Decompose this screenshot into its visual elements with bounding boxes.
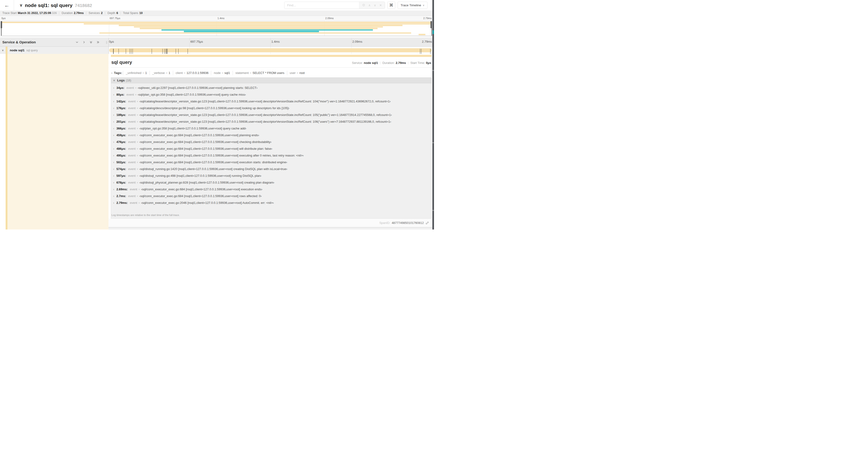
equals-sign: = [297, 72, 298, 74]
log-chevron-right-icon[interactable]: › [113, 154, 117, 157]
log-chevron-right-icon[interactable]: › [113, 201, 117, 204]
meta-item: Service:node sql1 [352, 61, 378, 65]
meta-item: Duration:2.79ms [382, 61, 406, 65]
logs-accordion-header[interactable]: ∨ Logs (18) [111, 78, 431, 83]
equals-sign: = [137, 100, 138, 103]
back-button[interactable]: ← [0, 0, 14, 10]
span-row-timeline[interactable] [108, 47, 432, 54]
log-row[interactable]: ›189μs:event=‹sql/catalog/lease/descript… [113, 111, 430, 118]
clear-search-icon[interactable]: ✕ [379, 4, 382, 7]
log-row[interactable]: ›176μs:event=‹sql/catalog/descs/descript… [113, 105, 430, 111]
collapse-one-chevron-down-icon[interactable] [75, 41, 79, 44]
log-row[interactable]: ›366μs:event=‹sql/plan_opt.go:358 [nsql1… [113, 125, 430, 132]
log-field-key: event [128, 100, 135, 103]
tag-pill[interactable]: node=sql1 [211, 71, 232, 75]
log-row[interactable]: ›476μs:event=‹sql/conn_executor_exec.go:… [113, 138, 430, 145]
meta-label: Start Time: [410, 61, 425, 65]
equals-sign: = [137, 134, 138, 137]
log-row[interactable]: ›142μs:event=‹sql/catalog/lease/descript… [113, 98, 430, 105]
span-duration-bar[interactable] [109, 48, 431, 52]
log-chevron-right-icon[interactable]: › [113, 93, 117, 96]
meta-item: Start Time:0μs [410, 61, 431, 65]
log-chevron-right-icon[interactable]: › [113, 161, 117, 164]
header-controls: ∧ ∨ ✕ ⌘ Trace Timeline ∨ [284, 2, 434, 9]
tags-accordion[interactable]: › Tags: _unfinished=1_verbose=1client=12… [111, 70, 431, 75]
log-field-value: ‹sql/conn_executor_exec.go:684 [nsql1,cl… [139, 160, 287, 164]
log-row[interactable]: ›678μs:event=‹sql/distsql_physical_plann… [113, 179, 430, 186]
tag-value: 1 [145, 71, 147, 75]
log-row[interactable]: ›80μs:event=‹sql/plan_opt.go:358 [nsql1,… [113, 91, 430, 98]
prev-result-chevron-up-icon[interactable]: ∧ [368, 4, 371, 7]
tag-pill[interactable]: _unfinished=1 [123, 71, 149, 75]
log-row[interactable]: ›502μs:event=‹sql/conn_executor_exec.go:… [113, 159, 430, 166]
log-row[interactable]: ›574μs:event=‹sql/distsql_running.go:142… [113, 166, 430, 172]
log-row[interactable]: ›2.79ms:event=‹sql/conn_executor_exec.go… [113, 199, 430, 206]
tag-pill[interactable]: statement=SELECT * FROM users [232, 71, 287, 75]
window-edge-scrollbar[interactable] [432, 0, 434, 230]
detail-row-background [7, 54, 108, 230]
stat-item: Total Spans10 [123, 11, 143, 15]
log-chevron-right-icon[interactable]: › [113, 181, 117, 184]
log-chevron-right-icon[interactable]: › [113, 147, 117, 151]
expand-all-double-chevron-right-icon[interactable] [96, 41, 100, 44]
log-row[interactable]: ›495μs:event=‹sql/conn_executor_exec.go:… [113, 152, 430, 159]
log-chevron-right-icon[interactable]: › [113, 140, 117, 144]
log-chevron-right-icon[interactable]: › [113, 86, 117, 90]
log-chevron-right-icon[interactable]: › [113, 134, 117, 137]
column-divider[interactable] [108, 38, 109, 54]
timeline-tick-label: 697.75μs [190, 40, 203, 43]
log-row[interactable]: ›2.69ms:event=‹sql/conn_executor_exec.go… [113, 186, 430, 193]
minimap-right-scrubber[interactable] [431, 21, 432, 36]
log-field-key: event [128, 154, 135, 157]
minimap-span-bar [161, 29, 373, 31]
next-result-chevron-down-icon[interactable]: ∨ [374, 4, 376, 7]
find-input[interactable] [284, 2, 359, 9]
log-chevron-right-icon[interactable]: › [113, 100, 117, 103]
scrubber-handle[interactable] [1, 21, 2, 28]
scrubber-handle[interactable] [431, 21, 432, 28]
log-row[interactable]: ›34μs:event=‹sql/exec_util.go:2297 [nsql… [113, 85, 430, 91]
logs-list: ›34μs:event=‹sql/exec_util.go:2297 [nsql… [111, 83, 431, 212]
log-row[interactable]: ›597μs:event=‹sql/distsql_running.go:498… [113, 172, 430, 179]
log-chevron-right-icon[interactable]: › [113, 167, 117, 171]
log-field-value: ‹sql/distsql_running.go:1420 [nsql1,clie… [139, 167, 287, 171]
log-chevron-right-icon[interactable]: › [113, 120, 117, 123]
tag-pill[interactable]: client=127.0.0.1:59936 [173, 71, 211, 75]
log-chevron-right-icon[interactable]: › [113, 174, 117, 177]
log-chevron-right-icon[interactable]: › [113, 107, 117, 110]
meta-label: Duration: [382, 61, 395, 65]
expand-one-chevron-right-icon[interactable] [82, 41, 86, 44]
log-chevron-right-icon[interactable]: › [113, 195, 117, 198]
equals-sign: = [137, 141, 138, 143]
trace-title-group: ∨ node sql1: sql query 7418682 [20, 3, 92, 8]
log-field-value: ‹sql/catalog/lease/descriptor_version_st… [139, 120, 391, 123]
keyboard-shortcuts-button[interactable]: ⌘ [388, 2, 395, 9]
tag-key: statement [236, 71, 249, 75]
span-row-name-cell[interactable]: ∨ node sql1 sql query [0, 47, 108, 54]
log-chevron-right-icon[interactable]: › [113, 188, 117, 191]
column-resize-grip[interactable] [106, 41, 107, 44]
log-chevron-right-icon[interactable]: › [113, 113, 117, 117]
span-row[interactable]: ∨ node sql1 sql query [0, 47, 434, 54]
log-row[interactable]: ›201μs:event=‹sql/catalog/lease/descript… [113, 118, 430, 125]
log-row[interactable]: ›2.7ms:event=‹sql/conn_executor_exec.go:… [113, 193, 430, 199]
tag-pill[interactable]: user=root [287, 71, 307, 75]
title-chevron-down-icon[interactable]: ∨ [20, 3, 22, 8]
view-selector-button[interactable]: Trace Timeline ∨ [398, 2, 428, 9]
minimap-canvas[interactable] [1, 21, 432, 36]
detail-right-column: sql query Service:node sql1Duration:2.79… [108, 54, 434, 230]
log-chevron-right-icon[interactable]: › [113, 127, 117, 130]
equals-sign: = [166, 72, 167, 74]
minimap-span-row [1, 26, 432, 28]
copy-link-icon[interactable] [426, 221, 429, 225]
minimap-left-scrubber[interactable] [1, 21, 2, 36]
log-field-key: event [126, 86, 134, 90]
span-service-name: node sql1 [10, 48, 25, 52]
log-row[interactable]: ›459μs:event=‹sql/conn_executor_exec.go:… [113, 132, 430, 138]
focus-target-icon[interactable] [362, 3, 365, 7]
collapse-all-double-chevron-down-icon[interactable] [89, 41, 93, 44]
minimap-span-row [1, 28, 432, 29]
span-collapse-chevron-icon[interactable]: ∨ [0, 49, 6, 52]
log-row[interactable]: ›486μs:event=‹sql/conn_executor_exec.go:… [113, 145, 430, 152]
tag-pill[interactable]: _verbose=1 [150, 71, 173, 75]
